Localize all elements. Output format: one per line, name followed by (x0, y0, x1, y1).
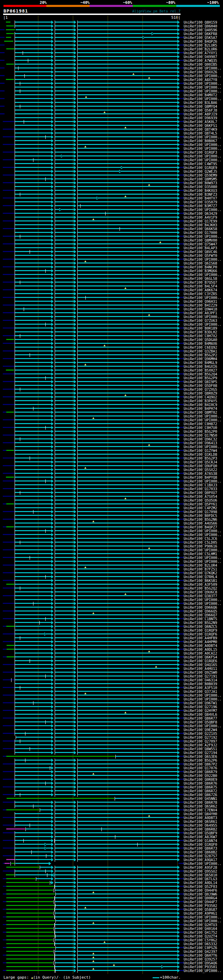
hit-label[interactable]: UniRef100_UPI000.. (184, 694, 221, 697)
hit-label[interactable]: UniRef100_Q8VC46 (184, 250, 217, 254)
hit-label[interactable]: UniRef100_Q5CRJ4 (184, 460, 217, 464)
hit-label[interactable]: UniRef100_A7SV54 (184, 495, 217, 498)
hit-label[interactable]: UniRef100_Q17E99 (184, 220, 217, 223)
hit-label[interactable]: UniRef100_UPI000.. (184, 296, 221, 300)
hit-label[interactable]: UniRef100_UPI000.. (184, 548, 221, 552)
hit-label[interactable]: UniRef100_Q6H7T6 (184, 954, 217, 958)
hit-label[interactable]: UniRef100_Q3ZBA1 (184, 349, 217, 353)
hit-label[interactable]: UniRef100_Q17033 (184, 487, 217, 491)
hit-label[interactable]: UniRef100_B5G2N9 (184, 621, 217, 625)
hit-label[interactable]: UniRef100_C5LJC6 (184, 537, 217, 541)
hit-label[interactable]: UniRef100_Q9U6C8 (184, 590, 217, 594)
hit-label[interactable]: UniRef100_B4GXI6 (184, 365, 217, 369)
hit-label[interactable]: UniRef100_Q1RQE9 (184, 166, 217, 170)
hit-label[interactable]: UniRef100_C4Q9U2 (184, 395, 217, 399)
hit-label[interactable]: UniRef100_B3PAY5 (184, 399, 217, 403)
hit-label[interactable]: UniRef100_UPI000.. (184, 235, 221, 239)
hit-label[interactable]: UniRef100_Q86R73 (184, 846, 217, 850)
hit-label[interactable]: UniRef100_UPI000.. (184, 208, 221, 212)
hit-label[interactable]: UniRef100_B4PH74 (184, 407, 217, 410)
hit-label[interactable]: UniRef100_Q00RG4 (184, 896, 217, 900)
hit-label[interactable]: UniRef100_UPI000.. (184, 529, 221, 533)
hit-label[interactable]: UniRef100_Q1RQF0 (184, 843, 217, 846)
hit-label[interactable]: UniRef100_Q2Z1X5 (184, 732, 217, 736)
hit-label[interactable]: UniRef100_Q84YH0 (184, 812, 217, 816)
hit-label[interactable]: UniRef100_Q0J9W6 (184, 892, 217, 896)
hit-label[interactable]: UniRef100_B0R189 (184, 326, 217, 330)
hit-label[interactable]: UniRef100_C5LHM1 (184, 552, 217, 556)
hit-label[interactable]: UniRef100_Q86R76 (184, 781, 217, 785)
hit-label[interactable]: UniRef100_Q2UZT4 (184, 934, 217, 938)
hit-label[interactable]: UniRef100_Q7RHL4 (184, 575, 217, 579)
hit-label[interactable]: UniRef100_Q96H31 (184, 300, 217, 304)
hit-label[interactable]: UniRef100_UPI000.. (184, 158, 221, 162)
hit-label[interactable]: UniRef100_UPI000.. (184, 602, 221, 606)
hit-label[interactable]: UniRef100_UPI000.. (184, 89, 221, 93)
hit-label[interactable]: UniRef100_Q8MT02 (184, 410, 217, 414)
hit-label[interactable]: UniRef100_Q0R0E9 (184, 778, 217, 781)
hit-label[interactable]: UniRef100_Q8I9P5 (184, 380, 217, 384)
hit-label[interactable]: UniRef100_B5G2P9 (184, 376, 217, 380)
hit-label[interactable]: UniRef100_A0CAI2 (184, 651, 217, 655)
hit-label[interactable]: UniRef100_Q86R75 (184, 785, 217, 789)
hit-label[interactable]: UniRef100_Q5U5U6 (184, 498, 217, 502)
hit-label[interactable]: UniRef100_A8PJI9 (184, 112, 217, 116)
hit-label[interactable]: UniRef100_Q1RQE6 (184, 659, 217, 663)
hit-label[interactable]: UniRef100_B4L5F4 (184, 284, 217, 288)
hit-label[interactable]: UniRef100_A5K0L7 (184, 120, 217, 124)
hit-label[interactable]: UniRef100_C1BNT5 (184, 617, 217, 621)
hit-label[interactable]: UniRef100_Q17000 (184, 231, 217, 235)
hit-label[interactable]: UniRef100_UPI000.. (184, 724, 221, 728)
hit-label[interactable]: UniRef100_A9SF28 (184, 865, 217, 869)
hit-label[interactable]: UniRef100_Q86R78 (184, 800, 217, 805)
hit-label[interactable]: UniRef100_B4PYQ8 (184, 476, 217, 479)
hit-label[interactable]: UniRef100_B0W973 (184, 181, 217, 185)
hit-label[interactable]: UniRef100_Q944F7 (184, 900, 217, 904)
hit-label[interactable]: UniRef100_Q8MV00 (184, 239, 217, 242)
hit-label[interactable]: UniRef100_Q39257 (184, 958, 217, 961)
hit-label[interactable]: UniRef100_Q65810 (184, 873, 217, 877)
hit-label[interactable]: UniRef100_B5G2P3 (184, 457, 217, 460)
hit-label[interactable]: UniRef100_Q40164 (184, 927, 217, 931)
hit-label[interactable]: UniRef100_Q86R79 (184, 770, 217, 774)
hit-label[interactable]: UniRef100_UPI000.. (184, 273, 221, 277)
hit-label[interactable]: UniRef100_UPI000.. (184, 556, 221, 560)
hit-label[interactable]: UniRef100_Q9ZSW0 (184, 671, 217, 675)
hit-label[interactable]: UniRef100_P93502 (184, 904, 217, 908)
hit-label[interactable]: UniRef100_Q2WEJ5 (184, 170, 217, 173)
hit-label[interactable]: UniRef100_B5G2P2 (184, 353, 217, 357)
hit-label[interactable]: UniRef100_Q86R82 (184, 827, 217, 831)
hit-label[interactable]: UniRef100_Q45NN1 (184, 797, 217, 800)
hit-label[interactable]: UniRef100_Q868B2 (184, 850, 217, 854)
hit-label[interactable]: UniRef100_A8J6W7 (184, 835, 217, 839)
hit-label[interactable]: UniRef100_Q1RQF6 (184, 632, 217, 636)
hit-label[interactable]: UniRef100_Q1ZYW4 (184, 449, 217, 453)
hit-label[interactable]: UniRef100_UPI000.. (184, 479, 221, 483)
hit-label[interactable]: UniRef100_B4HTV7 (184, 196, 217, 200)
hit-label[interactable]: UniRef100_Q86R77 (184, 716, 217, 720)
hit-label[interactable]: UniRef100_Q96C32 (184, 438, 217, 441)
hit-label[interactable]: UniRef100_Q37JA1 (184, 690, 217, 694)
hit-label[interactable]: UniRef100_C5LD05 (184, 541, 217, 544)
hit-label[interactable]: UniRef100_Q383T7 (184, 594, 217, 598)
hit-label[interactable]: UniRef100_A8X7Y8 (184, 78, 217, 82)
hit-label[interactable]: UniRef100_UPI000.. (184, 86, 221, 89)
hit-label[interactable]: UniRef100_Q9E2W4 (184, 728, 217, 732)
hit-label[interactable]: UniRef100_Q9XXZ6 (184, 70, 217, 74)
hit-label[interactable]: UniRef100_UPI000.. (184, 533, 221, 537)
hit-label[interactable]: UniRef100_A4HFB9 (184, 636, 217, 640)
hit-label[interactable]: UniRef100_O96939 (184, 116, 217, 120)
hit-label[interactable]: UniRef100_Q27194 (184, 751, 217, 755)
hit-label[interactable]: UniRef100_A4US66 (184, 522, 217, 525)
hit-label[interactable]: UniRef100_Q17076 (184, 766, 217, 770)
hit-label[interactable]: UniRef100_Q1AN74 (184, 839, 217, 843)
hit-label[interactable]: UniRef100_Q5DF08 (184, 384, 217, 388)
hit-label[interactable]: UniRef100_C0H7X2 (184, 334, 217, 338)
hit-label[interactable]: UniRef100_Q9W418 (184, 307, 217, 311)
hit-label[interactable]: UniRef100_A9PHG1 (184, 912, 217, 915)
hit-label[interactable]: UniRef100_A7WQ35 (184, 59, 217, 62)
hit-label[interactable]: UniRef100_Q1RQF3 (184, 151, 217, 154)
hit-label[interactable]: UniRef100_Q5QBF8 (184, 720, 217, 724)
hit-label[interactable]: UniRef100_Q7KQK2 (184, 571, 217, 575)
hit-label[interactable]: UniRef100_Q5SX22 (184, 468, 217, 472)
